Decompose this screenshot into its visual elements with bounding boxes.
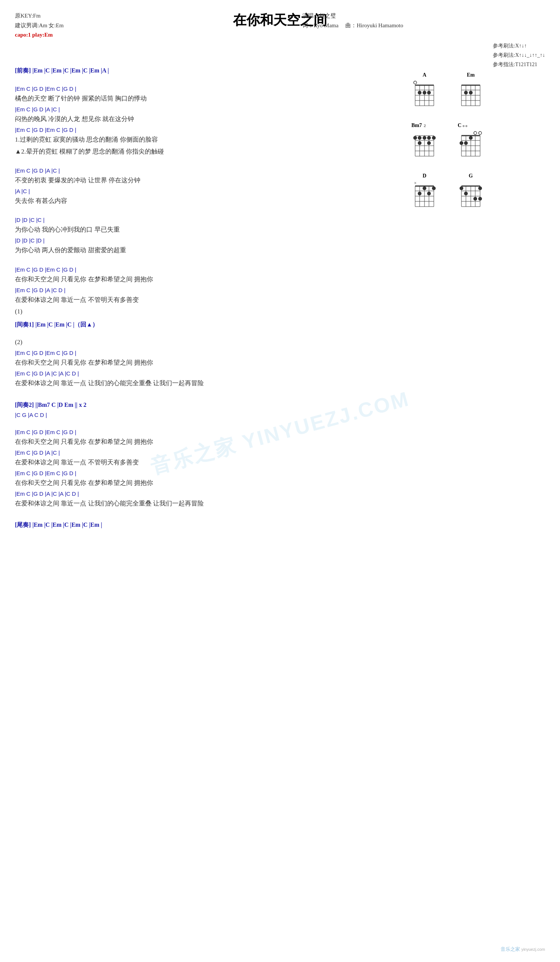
chord-line-13: |Em C |G D |Em C |G D | xyxy=(15,428,388,437)
key-info: 原KEY:Fm xyxy=(15,11,63,21)
chord-Bm7-label: Bm7 2 xyxy=(411,123,438,129)
song-title: 在你和天空之间 xyxy=(15,11,545,29)
svg-point-87 xyxy=(478,197,482,201)
chord-Bm7-svg xyxy=(411,130,438,158)
lyric-line-1: 橘色的天空 断了针的钟 握紧的话筒 胸口的悸动 xyxy=(15,94,388,103)
chord-line-12: |C G |A C D | xyxy=(15,411,388,420)
chord-C-label: C o o xyxy=(458,123,484,129)
svg-point-38 xyxy=(423,136,426,140)
svg-point-83 xyxy=(460,186,463,190)
lyric-line-15: 在你和天空之间 只看见你 在梦和希望之间 拥抱你 xyxy=(15,437,388,447)
chord-line-9: |Em C |G D |A |C D | xyxy=(15,286,388,295)
svg-point-40 xyxy=(432,136,436,140)
chord-A-label: A xyxy=(411,72,438,78)
svg-point-70 xyxy=(427,192,431,195)
chord-line-1: |Em C |G D |Em C |G D | xyxy=(15,84,388,94)
composer: 曲：Hiroyuki Hamamoto xyxy=(345,23,403,28)
chord-C-svg xyxy=(458,130,484,158)
chord-line-5: |A |C | xyxy=(15,187,388,196)
svg-point-55 xyxy=(460,141,463,145)
chord-diagrams: A xyxy=(407,69,545,217)
svg-point-84 xyxy=(464,192,468,195)
title-section: 在你和天空之间 xyxy=(15,11,545,29)
chord-Bm7: Bm7 2 xyxy=(411,123,438,160)
chord-C: C o o xyxy=(458,123,484,160)
lyric-line-18: 在爱和体谅之间 靠近一点 让我们的心能完全重叠 让我们一起再冒险 xyxy=(15,499,388,508)
chord-line-7: |D |D |C |D | xyxy=(15,236,388,245)
capo-info: capo:1 play:Em xyxy=(15,30,63,40)
chord-line-15: |Em C |G D |Em C |G D | xyxy=(15,469,388,478)
lyric-line-16: 在爱和体谅之间 靠近一点 不管明天有多善变 xyxy=(15,457,388,467)
svg-point-86 xyxy=(473,197,477,201)
svg-text:×: × xyxy=(414,181,417,186)
chord-line-2: |Em C |G D |A |C | xyxy=(15,105,388,114)
prelude-label: [前奏] |Em |C |Em |C |Em |C |Em |A | xyxy=(15,67,388,75)
strum-line2: 参考刷法:X↑↓↓_↓↑↑_↑↓ xyxy=(493,50,545,60)
chord-line-8: |Em C |G D |Em C |G D | xyxy=(15,265,388,274)
svg-point-57 xyxy=(464,141,468,145)
svg-point-12 xyxy=(423,91,426,95)
lyric-line-8: 为你心动 两人份的爱颤动 甜蜜爱的超重 xyxy=(15,245,388,255)
chord-Em-label: Em xyxy=(458,72,484,78)
suggest-key: 建议男调:Am 女:Em xyxy=(15,21,63,31)
chord-A-svg xyxy=(411,79,438,108)
chord-line-10: |Em C |G D |Em C |G D | xyxy=(15,349,388,358)
svg-point-37 xyxy=(418,136,422,140)
strum-line1: 参考刷法:X↑↓↑ xyxy=(493,41,545,50)
chord-line-16: |Em C |G D |A |C |A |C D | xyxy=(15,489,388,499)
chord-G: G xyxy=(458,173,484,210)
svg-point-56 xyxy=(469,136,473,140)
chord-Em-svg xyxy=(458,79,484,108)
svg-point-53 xyxy=(474,131,477,134)
svg-point-39 xyxy=(427,136,431,140)
chord-A: A xyxy=(411,72,438,109)
svg-point-11 xyxy=(418,91,422,95)
strum-line3: 参考指法:T121T121 xyxy=(493,60,545,69)
lyric-line-10: 在爱和体谅之间 靠近一点 不管明天有多善变 xyxy=(15,295,388,305)
svg-point-85 xyxy=(478,186,482,190)
lyric-line-6: 失去你 有甚么内容 xyxy=(15,196,388,206)
svg-point-13 xyxy=(427,91,431,95)
lyric-line-4: ▲2.晕开的霓虹 模糊了的梦 思念的翻涌 你指尖的触碰 xyxy=(15,147,388,157)
svg-point-36 xyxy=(413,136,417,140)
chord-G-label: G xyxy=(458,173,484,179)
lyricist: 词：Ryo Mama xyxy=(303,23,338,28)
lyric-line-12: (2) xyxy=(15,337,388,347)
chord-row-1: A xyxy=(407,69,488,112)
lyric-line-2: 闷热的晚风 冷漠的人龙 想见你 就在这分钟 xyxy=(15,114,388,124)
svg-point-25 xyxy=(469,91,473,95)
svg-point-72 xyxy=(418,192,422,195)
chord-row-2: Bm7 2 xyxy=(407,119,488,163)
bottom-logo: 音乐之家 yinyuezj.com xyxy=(500,946,545,953)
lyric-line-17: 在你和天空之间 只看见你 在梦和希望之间 拥抱你 xyxy=(15,478,388,488)
lyric-line-3: 1.过剩的霓虹 寂寞的骚动 思念的翻涌 你侧面的脸容 xyxy=(15,134,388,145)
chord-line-3: |Em C |G D |Em C |G D | xyxy=(15,126,388,134)
lyric-line-14: 在爱和体谅之间 靠近一点 让我们的心能完全重叠 让我们一起再冒险 xyxy=(15,378,388,388)
chord-line-4: |Em C |G D |A |C | xyxy=(15,166,388,175)
chord-line-11: |Em C |G D |A |C |A |C D | xyxy=(15,369,388,378)
strum-section: 参考刷法:X↑↓↑ 参考刷法:X↑↓↓_↓↑↑_↑↓ 参考指法:T121T121 xyxy=(493,41,545,69)
svg-point-41 xyxy=(418,141,422,145)
meta-left: 原KEY:Fm 建议男调:Am 女:Em capo:1 play:Em xyxy=(15,11,63,40)
lyric-line-5: 不变的初衷 要爆发的冲动 让世界 停在这分钟 xyxy=(15,175,388,185)
meta-right: 演唱：赵之璧 词：Ryo Mama 曲：Hiroyuki Hamamoto xyxy=(303,11,403,30)
interlude1-label: [间奏1] |Em |C |Em |C |（回▲） xyxy=(15,321,388,329)
svg-point-69 xyxy=(423,186,426,190)
chord-D-label: D xyxy=(411,173,438,179)
lyric-line-13: 在你和天空之间 只看见你 在梦和希望之间 拥抱你 xyxy=(15,358,388,368)
svg-point-24 xyxy=(464,91,468,95)
lyric-line-7: 为你心动 我的心冲到我的口 早已失重 xyxy=(15,224,388,235)
page: 原KEY:Fm 建议男调:Am 女:Em capo:1 play:Em 在你和天… xyxy=(0,0,560,962)
chord-line-6: |D |D |C |C | xyxy=(15,216,388,224)
svg-point-10 xyxy=(414,81,417,84)
outro-label: [尾奏] |Em |C |Em |C |Em |C |Em | xyxy=(15,521,388,529)
lyric-line-9: 在你和天空之间 只看见你 在梦和希望之间 拥抱你 xyxy=(15,274,388,284)
interlude2-label: [间奏2] ||Bm7 C |D Em || x 2 xyxy=(15,401,388,409)
chord-row-3: D × xyxy=(407,170,488,213)
chord-G-svg xyxy=(458,181,484,208)
chord-D: D × xyxy=(411,173,438,210)
chord-Em: Em xyxy=(458,72,484,109)
chord-line-14: |Em C |G D |A |C | xyxy=(15,448,388,457)
svg-point-71 xyxy=(432,186,436,190)
chord-D-svg: × xyxy=(411,181,438,208)
